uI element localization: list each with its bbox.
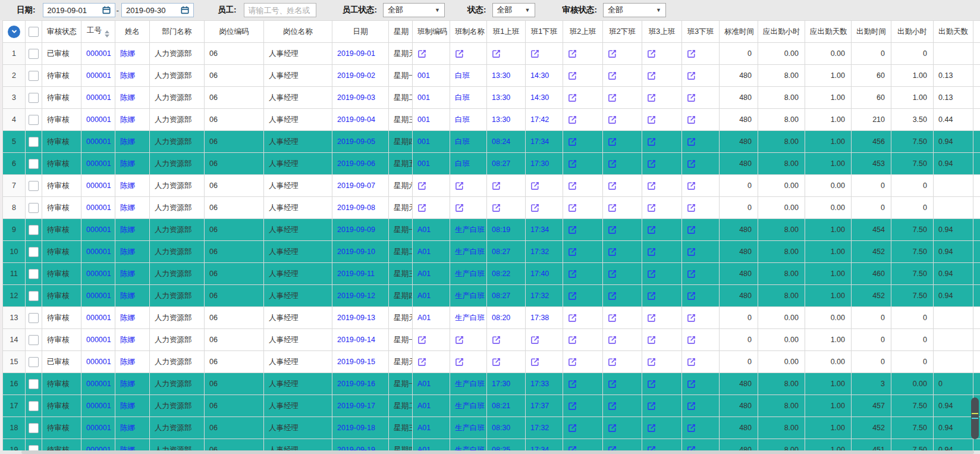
row-checkbox[interactable] xyxy=(29,423,39,433)
cell-shift1_in-link[interactable]: 13:30 xyxy=(492,71,510,80)
cell-date-link[interactable]: 2019-09-02 xyxy=(337,71,375,80)
cell-shift1_in-link[interactable]: 08:19 xyxy=(492,226,510,234)
calendar-icon[interactable] xyxy=(102,6,111,14)
cell-date-link[interactable]: 2019-09-05 xyxy=(337,137,375,146)
edit-icon[interactable] xyxy=(687,226,696,234)
row-checkbox[interactable] xyxy=(29,247,39,257)
cell-shift_name-link[interactable]: 白班 xyxy=(455,93,470,102)
edit-icon[interactable] xyxy=(647,181,656,190)
cell-shift_code-link[interactable]: 001 xyxy=(417,159,430,168)
audit-status-select[interactable]: 全部 ▼ xyxy=(603,3,666,17)
edit-icon[interactable] xyxy=(647,115,656,124)
row-checkbox[interactable] xyxy=(29,357,39,367)
edit-icon[interactable] xyxy=(608,314,617,323)
edit-icon[interactable] xyxy=(608,446,617,450)
edit-icon[interactable] xyxy=(568,270,577,278)
cell-date-link[interactable]: 2019-09-14 xyxy=(337,336,375,344)
cell-emp_no-link[interactable]: 000001 xyxy=(86,358,111,366)
edit-icon[interactable] xyxy=(647,226,656,234)
edit-icon[interactable] xyxy=(608,159,617,168)
cell-shift_name-link[interactable]: 生产白班 xyxy=(455,402,485,410)
cell-date-link[interactable]: 2019-09-18 xyxy=(337,424,375,432)
row-checkbox[interactable] xyxy=(29,313,39,323)
edit-icon[interactable] xyxy=(492,181,501,190)
cell-shift1_out-link[interactable]: 17:42 xyxy=(530,115,549,124)
edit-icon[interactable] xyxy=(608,226,617,234)
row-checkbox[interactable] xyxy=(29,335,39,345)
row-checkbox[interactable] xyxy=(29,181,39,191)
edit-icon[interactable] xyxy=(492,203,501,212)
cell-name-link[interactable]: 陈娜 xyxy=(120,336,135,344)
cell-name-link[interactable]: 陈娜 xyxy=(120,446,135,451)
edit-icon[interactable] xyxy=(417,181,426,190)
edit-icon[interactable] xyxy=(608,181,617,190)
edit-icon[interactable] xyxy=(455,336,464,345)
cell-name-link[interactable]: 陈娜 xyxy=(120,380,135,388)
edit-icon[interactable] xyxy=(568,446,577,450)
edit-icon[interactable] xyxy=(687,336,696,345)
cell-shift1_out-link[interactable]: 17:37 xyxy=(530,402,549,410)
cell-shift_code-link[interactable]: 001 xyxy=(417,115,430,124)
cell-shift_code-link[interactable]: A01 xyxy=(417,226,431,234)
cell-shift1_in-link[interactable]: 13:30 xyxy=(492,115,510,124)
cell-date-link[interactable]: 2019-09-11 xyxy=(337,270,375,278)
edit-icon[interactable] xyxy=(492,336,501,345)
cell-date-link[interactable]: 2019-09-13 xyxy=(337,314,375,322)
cell-shift_code-link[interactable]: A01 xyxy=(417,270,431,278)
cell-shift1_in-link[interactable]: 08:27 xyxy=(492,292,510,300)
cell-name-link[interactable]: 陈娜 xyxy=(120,270,135,278)
row-checkbox[interactable] xyxy=(29,445,39,451)
cell-shift1_in-link[interactable]: 08:20 xyxy=(492,314,510,322)
cell-emp_no-link[interactable]: 000001 xyxy=(86,181,111,190)
cell-shift_name-link[interactable]: 白班 xyxy=(455,71,470,80)
edit-icon[interactable] xyxy=(647,380,656,389)
edit-icon[interactable] xyxy=(687,446,696,450)
cell-shift1_out-link[interactable]: 17:34 xyxy=(530,226,549,234)
cell-name-link[interactable]: 陈娜 xyxy=(120,203,135,212)
cell-shift1_in-link[interactable]: 08:27 xyxy=(492,159,510,168)
cell-shift_name-link[interactable]: 白班 xyxy=(455,159,470,168)
edit-icon[interactable] xyxy=(647,336,656,345)
edit-icon[interactable] xyxy=(687,93,696,102)
edit-icon[interactable] xyxy=(568,314,577,323)
cell-shift_code-link[interactable]: A01 xyxy=(417,314,431,322)
cell-shift1_in-link[interactable]: 08:22 xyxy=(492,270,510,278)
edit-icon[interactable] xyxy=(568,137,577,146)
edit-icon[interactable] xyxy=(568,380,577,389)
edit-icon[interactable] xyxy=(568,336,577,345)
cell-emp_no-link[interactable]: 000001 xyxy=(86,49,111,58)
edit-icon[interactable] xyxy=(687,71,696,80)
edit-icon[interactable] xyxy=(687,137,696,146)
edit-icon[interactable] xyxy=(530,358,539,367)
cell-shift_code-link[interactable]: A01 xyxy=(417,424,431,432)
cell-shift_code-link[interactable]: 001 xyxy=(417,137,430,146)
edit-icon[interactable] xyxy=(608,292,617,300)
edit-icon[interactable] xyxy=(608,93,617,102)
cell-shift_name-link[interactable]: 生产白班 xyxy=(455,446,485,451)
cell-name-link[interactable]: 陈娜 xyxy=(120,424,135,432)
edit-icon[interactable] xyxy=(568,248,577,256)
cell-shift1_out-link[interactable]: 14:30 xyxy=(530,93,549,102)
cell-shift1_out-link[interactable]: 17:40 xyxy=(530,270,549,278)
cell-shift_name-link[interactable]: 生产白班 xyxy=(455,292,485,300)
cell-shift1_out-link[interactable]: 17:32 xyxy=(530,292,549,300)
edit-icon[interactable] xyxy=(608,248,617,256)
cell-shift_code-link[interactable]: A01 xyxy=(417,446,431,450)
row-checkbox[interactable] xyxy=(29,203,39,213)
cell-shift_code-link[interactable]: 001 xyxy=(417,93,430,102)
cell-emp_no-link[interactable]: 000001 xyxy=(86,380,111,388)
edit-icon[interactable] xyxy=(647,270,656,278)
edit-icon[interactable] xyxy=(647,248,656,256)
cell-shift1_in-link[interactable]: 17:30 xyxy=(492,380,510,388)
edit-icon[interactable] xyxy=(687,49,696,58)
edit-icon[interactable] xyxy=(492,49,501,58)
edit-icon[interactable] xyxy=(687,424,696,433)
cell-name-link[interactable]: 陈娜 xyxy=(120,314,135,322)
cell-emp_no-link[interactable]: 000001 xyxy=(86,93,111,102)
edit-icon[interactable] xyxy=(647,314,656,323)
cell-emp_no-link[interactable]: 000001 xyxy=(86,159,111,168)
cell-shift1_out-link[interactable]: 17:32 xyxy=(530,248,549,256)
cell-name-link[interactable]: 陈娜 xyxy=(120,226,135,234)
edit-icon[interactable] xyxy=(568,181,577,190)
cell-emp_no-link[interactable]: 000001 xyxy=(86,402,111,410)
